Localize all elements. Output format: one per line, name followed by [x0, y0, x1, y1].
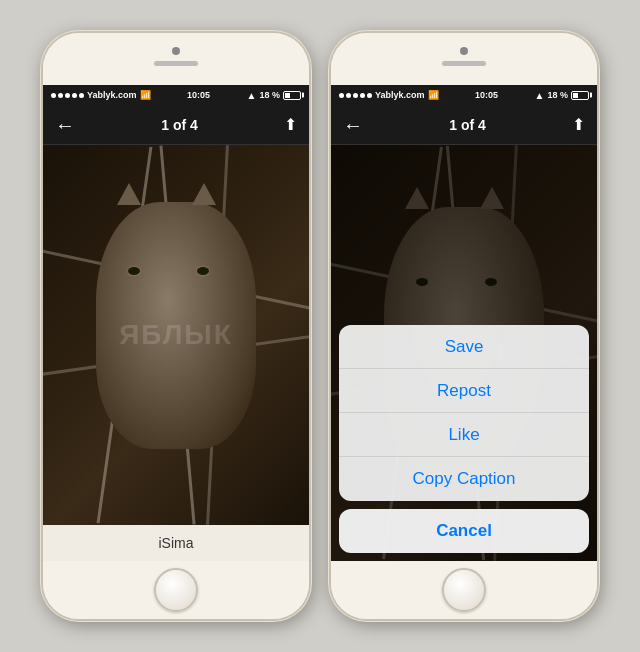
phone-bottom-bar — [43, 561, 309, 619]
photo-area: ЯБЛЫК — [43, 145, 309, 525]
cat-face — [96, 202, 256, 449]
copy-caption-label: Copy Caption — [412, 469, 515, 489]
photo-area-dimmed: ЯБЛЫК Save Repost Like — [331, 145, 597, 561]
speaker — [154, 61, 198, 66]
back-button[interactable]: ← — [55, 115, 75, 135]
battery-percent: 18 % — [547, 90, 568, 100]
battery-fill — [573, 93, 578, 98]
battery-icon — [283, 91, 301, 100]
action-sheet-copy-caption[interactable]: Copy Caption — [339, 457, 589, 501]
action-sheet: Save Repost Like Copy Caption — [331, 325, 597, 561]
action-sheet-repost[interactable]: Repost — [339, 369, 589, 413]
signal-dot — [79, 93, 84, 98]
action-sheet-cancel-group: Cancel — [339, 509, 589, 553]
battery-fill — [285, 93, 290, 98]
share-button[interactable]: ⬆ — [284, 115, 297, 134]
signal-dot — [51, 93, 56, 98]
status-bar: Yablyk.com 📶 10:05 ▲ 18 % — [43, 85, 309, 105]
action-sheet-save[interactable]: Save — [339, 325, 589, 369]
signal-dot — [346, 93, 351, 98]
home-button[interactable] — [442, 568, 486, 612]
repost-label: Repost — [437, 381, 491, 401]
signal-arrow-icon: ▲ — [535, 90, 545, 101]
phone-screen: Yablyk.com 📶 10:05 ▲ 18 % ← 1 of 4 ⬆ — [43, 85, 309, 561]
photo-caption: iSima — [158, 535, 193, 551]
status-time: 10:05 — [187, 90, 210, 100]
navigation-bar: ← 1 of 4 ⬆ — [43, 105, 309, 145]
action-sheet-overlay: Save Repost Like Copy Caption — [331, 325, 597, 561]
signal-dot — [339, 93, 344, 98]
battery-percent: 18 % — [259, 90, 280, 100]
phone-top-bar — [43, 33, 309, 85]
cat-photo-inner: ЯБЛЫК — [43, 145, 309, 525]
signal-bars — [51, 93, 84, 98]
back-button[interactable]: ← — [343, 115, 363, 135]
like-label: Like — [448, 425, 479, 445]
carrier-name: Yablyk.com — [375, 90, 425, 100]
nav-title: 1 of 4 — [449, 117, 486, 133]
save-label: Save — [445, 337, 484, 357]
battery-icon — [571, 91, 589, 100]
signal-bars — [339, 93, 372, 98]
phone-top-bar — [331, 33, 597, 85]
signal-dot — [353, 93, 358, 98]
phone-screen: Yablyk.com 📶 10:05 ▲ 18 % ← 1 of 4 ⬆ — [331, 85, 597, 561]
share-button[interactable]: ⬆ — [572, 115, 585, 134]
front-camera — [460, 47, 468, 55]
signal-arrow-icon: ▲ — [247, 90, 257, 101]
status-bar-left: Yablyk.com 📶 — [339, 90, 439, 100]
cat-photo: ЯБЛЫК — [43, 145, 309, 525]
right-phone: Yablyk.com 📶 10:05 ▲ 18 % ← 1 of 4 ⬆ — [329, 31, 599, 621]
cancel-button[interactable]: Cancel — [339, 509, 589, 553]
phone-bottom-bar — [331, 561, 597, 619]
speaker — [442, 61, 486, 66]
left-phone: Yablyk.com 📶 10:05 ▲ 18 % ← 1 of 4 ⬆ — [41, 31, 311, 621]
power-button — [309, 183, 311, 243]
signal-dot — [367, 93, 372, 98]
action-sheet-like[interactable]: Like — [339, 413, 589, 457]
power-button — [597, 183, 599, 243]
status-bar: Yablyk.com 📶 10:05 ▲ 18 % — [331, 85, 597, 105]
status-bar-right: ▲ 18 % — [247, 90, 301, 101]
caption-bar: iSima — [43, 525, 309, 561]
wifi-icon: 📶 — [140, 90, 151, 100]
navigation-bar: ← 1 of 4 ⬆ — [331, 105, 597, 145]
nav-title: 1 of 4 — [161, 117, 198, 133]
status-bar-left: Yablyk.com 📶 — [51, 90, 151, 100]
action-sheet-group: Save Repost Like Copy Caption — [339, 325, 589, 501]
carrier-name: Yablyk.com — [87, 90, 137, 100]
signal-dot — [65, 93, 70, 98]
cancel-label: Cancel — [436, 521, 492, 541]
signal-dot — [58, 93, 63, 98]
signal-dot — [360, 93, 365, 98]
status-time: 10:05 — [475, 90, 498, 100]
status-bar-right: ▲ 18 % — [535, 90, 589, 101]
signal-dot — [72, 93, 77, 98]
home-button[interactable] — [154, 568, 198, 612]
front-camera — [172, 47, 180, 55]
wifi-icon: 📶 — [428, 90, 439, 100]
